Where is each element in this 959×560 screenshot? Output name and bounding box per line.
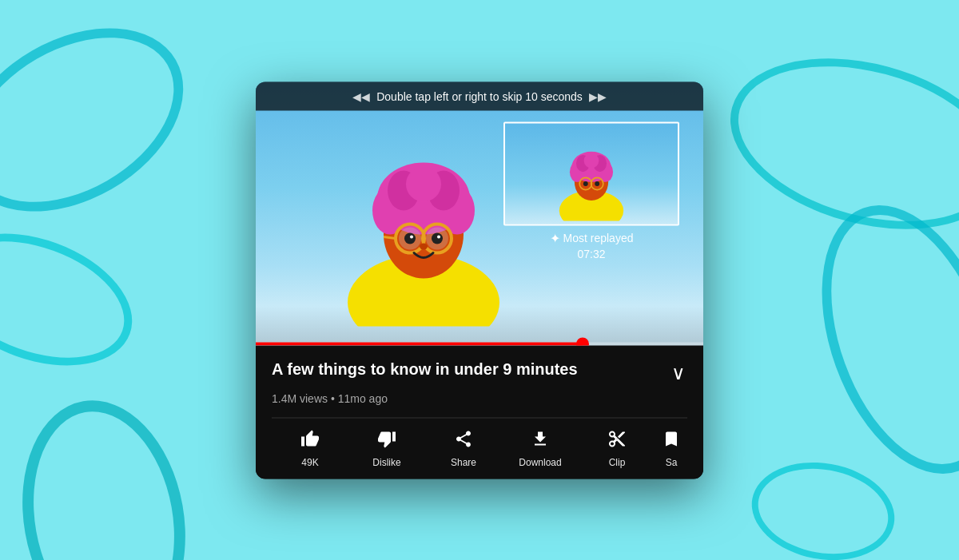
most-replayed-box: ✦ Most replayed 07:32 [503,121,679,260]
clip-icon [607,429,627,451]
phone-container: ◀◀ Double tap left or right to skip 10 s… [256,81,703,479]
download-button[interactable]: Download [502,418,579,479]
video-title: A few things to know in under 9 minutes [272,358,660,379]
video-area[interactable]: ◀◀ Double tap left or right to skip 10 s… [256,81,703,345]
title-row: A few things to know in under 9 minutes … [272,358,687,385]
most-replayed-time: 07:32 [503,247,679,260]
dislike-icon [377,429,396,451]
svg-point-16 [437,235,440,238]
chevron-down-button[interactable]: ∨ [670,359,687,385]
download-icon [531,429,550,451]
svg-point-19 [420,243,428,249]
skip-hint-bar: ◀◀ Double tap left or right to skip 10 s… [256,81,703,110]
share-label: Share [451,456,476,467]
svg-point-14 [432,232,443,244]
sparkle-icon: ✦ [550,230,560,245]
progress-bar-container[interactable] [256,342,703,345]
clip-label: Clip [609,456,626,467]
video-meta: 1.4M views • 11mo ago [272,391,687,404]
thumbnail-frame [503,121,679,225]
character-illustration [336,118,511,329]
save-label: Sa [666,456,678,467]
svg-line-18 [384,236,396,238]
actions-row: 49K Dislike Share [272,417,687,479]
share-icon [454,429,473,451]
save-icon [662,429,681,451]
dislike-button[interactable]: Dislike [348,418,425,479]
clip-button[interactable]: Clip [579,418,655,479]
dislike-label: Dislike [372,456,400,467]
skip-left-icon: ◀◀ [352,89,370,102]
svg-point-15 [410,235,413,238]
most-replayed-text: Most replayed [563,232,634,244]
svg-point-32 [595,181,599,186]
progress-bar-fill [256,342,583,345]
download-label: Download [519,456,561,467]
progress-dot[interactable] [576,337,589,345]
svg-point-28 [584,153,599,168]
svg-point-8 [406,166,441,201]
like-label: 49K [301,456,318,467]
skip-right-icon: ▶▶ [589,89,607,102]
skip-hint-text: Double tap left or right to skip 10 seco… [376,89,583,102]
most-replayed-label: ✦ Most replayed [503,230,679,245]
info-panel: A few things to know in under 9 minutes … [256,345,703,479]
svg-point-31 [583,181,588,186]
save-button[interactable]: Sa [655,418,687,479]
like-icon [300,429,320,451]
share-button[interactable]: Share [425,418,502,479]
like-button[interactable]: 49K [272,418,348,479]
svg-point-13 [404,232,416,244]
